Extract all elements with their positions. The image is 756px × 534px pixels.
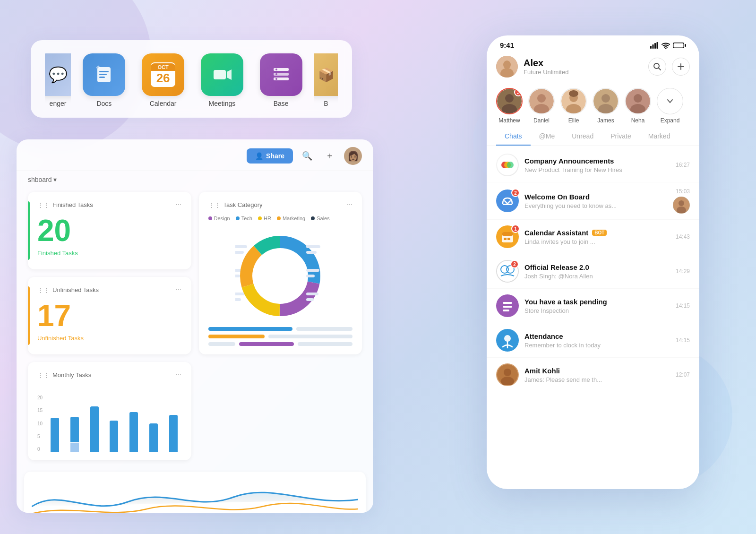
legend-dot-hr	[258, 216, 262, 220]
release-extra: 14:29	[676, 268, 690, 275]
tab-marked[interactable]: Marked	[640, 128, 679, 146]
finished-title-text: Finished Tasks	[52, 201, 93, 208]
messenger-label: enger	[50, 100, 67, 107]
share-icon: 👤	[255, 152, 263, 160]
tab-unread[interactable]: Unread	[563, 128, 602, 146]
add-button[interactable]: +	[321, 147, 338, 164]
tab-chats[interactable]: Chats	[496, 128, 531, 146]
legend-label-hr: HR	[264, 215, 271, 221]
messenger-icon-box: 💬	[45, 53, 71, 96]
calendar-badge: 1	[511, 224, 520, 233]
story-ellie[interactable]: Ellie	[560, 88, 587, 124]
unfinished-tasks-card: ⋮⋮ Unfinished Tasks ··· 17 Unfinished Ta…	[28, 277, 191, 354]
app-icon-meetings[interactable]: Meetings	[197, 53, 248, 107]
bot-badge: BOT	[592, 230, 607, 236]
profile-avatar[interactable]	[496, 56, 518, 78]
daniel-avatar	[528, 88, 555, 114]
meetings-label: Meetings	[208, 100, 235, 107]
welcome-avatar: 2	[496, 189, 519, 212]
expand-btn[interactable]	[657, 88, 683, 114]
legend-dot-marketing	[277, 216, 281, 220]
welcome-extra: 15:03	[673, 188, 690, 214]
dashboard-header: 👤 Share 🔍 + 👩🏽	[17, 139, 373, 171]
amit-name-row: Amit Kohli	[524, 367, 670, 375]
search-button[interactable]: 🔍	[299, 147, 316, 164]
base-label: Base	[274, 100, 289, 107]
donut-svg	[235, 231, 325, 321]
profile-header: Alex Future Unlimited	[487, 52, 699, 84]
finished-more-btn[interactable]: ···	[175, 200, 181, 209]
add-action-btn[interactable]	[672, 58, 690, 76]
legend-dot-tech	[236, 216, 240, 220]
story-expand[interactable]: Expand	[657, 88, 683, 124]
chat-calendar-assistant[interactable]: 1 Calendar Assistant BOT Linda invites y…	[487, 220, 699, 254]
monthly-title-text: Monthly Tasks	[52, 371, 91, 379]
task-name: You have a task pending	[524, 298, 607, 306]
app-icon-docs[interactable]: Docs	[78, 53, 130, 107]
chat-company-announcements[interactable]: Company Announcements New Product Traini…	[487, 148, 699, 182]
monthly-tasks-card: ⋮⋮ Monthly Tasks ··· 20 15 10 5 0	[28, 362, 191, 460]
svg-rect-17	[235, 298, 241, 301]
profile-name: Alex	[524, 58, 568, 69]
story-matthew[interactable]: 2 Matthew	[496, 88, 523, 124]
category-more-btn[interactable]: ···	[346, 200, 352, 209]
unfinished-card-header: ⋮⋮ Unfinished Tasks ···	[37, 285, 182, 294]
welcome-name-row: Welcome On Board	[524, 193, 667, 201]
profile-actions	[648, 58, 690, 76]
story-james[interactable]: James	[593, 88, 619, 124]
y-axis: 20 15 10 5 0	[37, 395, 45, 452]
chat-amit[interactable]: Amit Kohli James: Please send me th... 1…	[487, 358, 699, 392]
stories-row: 2 Matthew Daniel	[487, 84, 699, 128]
share-button[interactable]: 👤 Share	[247, 148, 293, 164]
finished-card-header: ⋮⋮ Finished Tasks ···	[37, 200, 182, 209]
svg-point-66	[679, 200, 684, 206]
release-preview: Josh Singh: @Nora Allen	[524, 273, 670, 280]
ellie-avatar	[560, 88, 587, 114]
chat-welcome[interactable]: 2 Welcome On Board Everything you need t…	[487, 182, 699, 220]
attendance-avatar	[496, 329, 519, 352]
monthly-card-title: ⋮⋮ Monthly Tasks	[37, 371, 91, 379]
svg-rect-78	[503, 306, 512, 308]
unfinished-count: 17	[37, 301, 182, 331]
task-time: 14:15	[676, 302, 690, 309]
app-icon-calendar[interactable]: OCT 26 Calendar	[137, 53, 189, 107]
amit-time: 12:07	[676, 371, 690, 378]
category-bar-row-3	[208, 342, 353, 346]
bar-design	[239, 342, 294, 346]
svg-point-46	[537, 94, 546, 103]
app-launcher: 💬 enger Docs OCT 26 Ca	[31, 40, 352, 118]
wifi-icon	[662, 42, 670, 49]
james-name: James	[597, 117, 614, 124]
finished-tasks-card: ⋮⋮ Finished Tasks ··· 20 Finished Tasks	[28, 192, 191, 269]
story-daniel[interactable]: Daniel	[528, 88, 555, 124]
legend-marketing: Marketing	[277, 215, 305, 221]
task-avatar	[496, 294, 519, 317]
search-icon: 🔍	[302, 151, 312, 161]
chat-task-pending[interactable]: You have a task pending Store Inspection…	[487, 289, 699, 323]
app-icon-base[interactable]: Base	[255, 53, 307, 107]
user-avatar[interactable]: 👩🏽	[344, 147, 362, 165]
company-name-row: Company Announcements	[524, 157, 670, 165]
app-icon-extra-partial[interactable]: 📦 B	[314, 53, 338, 107]
svg-point-10	[275, 73, 277, 75]
chat-attendance[interactable]: Attendance Remember to clock in today 14…	[487, 323, 699, 358]
app-icon-messenger-partial[interactable]: 💬 enger	[45, 53, 71, 107]
finished-count: 20	[37, 215, 182, 246]
svg-point-53	[601, 94, 610, 103]
docs-icon-box	[83, 53, 125, 96]
unfinished-more-btn[interactable]: ···	[175, 285, 181, 294]
donut-chart	[208, 229, 353, 323]
tab-private[interactable]: Private	[602, 128, 640, 146]
dashboard-content: ⋮⋮ Finished Tasks ··· 20 Finished Tasks …	[17, 188, 373, 472]
svg-point-56	[634, 94, 642, 103]
monthly-more-btn[interactable]: ···	[175, 370, 181, 379]
chat-official-release[interactable]: 2 Official Release 2.0 Josh Singh: @Nora…	[487, 254, 699, 289]
search-action-btn[interactable]	[648, 58, 666, 76]
release-name-row: Official Release 2.0	[524, 263, 670, 271]
amit-preview: James: Please send me th...	[524, 376, 670, 383]
story-neha[interactable]: Neha	[625, 88, 651, 124]
amit-avatar	[496, 363, 519, 386]
tab-me[interactable]: @Me	[531, 128, 564, 146]
welcome-content: Welcome On Board Everything you need to …	[524, 193, 667, 209]
svg-marker-5	[227, 69, 232, 80]
